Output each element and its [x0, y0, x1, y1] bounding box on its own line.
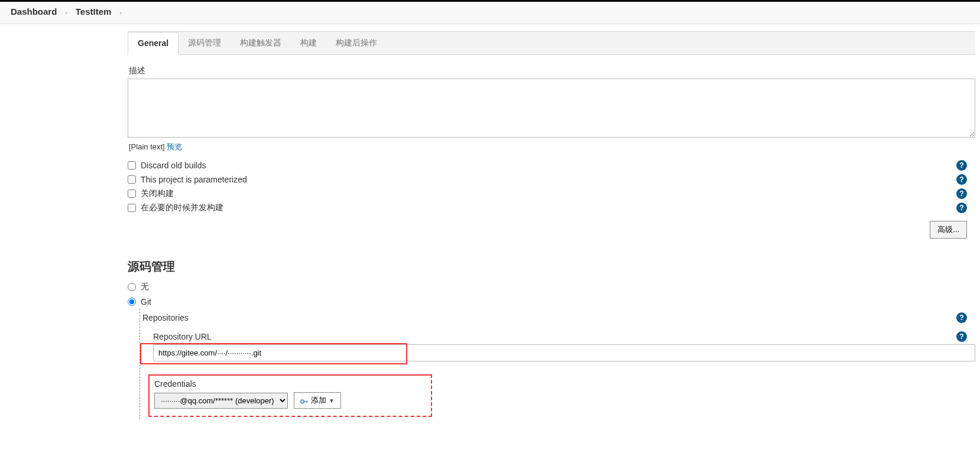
- help-icon[interactable]: ?: [956, 160, 967, 171]
- help-icon[interactable]: ?: [956, 312, 967, 323]
- tab-scm[interactable]: 源码管理: [179, 32, 231, 54]
- concurrent-build-checkbox[interactable]: [128, 204, 136, 212]
- breadcrumb-dashboard[interactable]: Dashboard: [11, 6, 57, 17]
- disable-build-checkbox[interactable]: [128, 190, 136, 198]
- breadcrumb-item[interactable]: TestItem: [76, 6, 112, 17]
- scm-none-label: 无: [141, 282, 149, 292]
- tab-triggers[interactable]: 构建触发器: [231, 32, 291, 54]
- scm-section-title: 源码管理: [128, 259, 975, 275]
- plain-text-label: [Plain text]: [129, 142, 167, 151]
- add-credentials-button[interactable]: 添加 ▼: [294, 392, 341, 409]
- help-icon[interactable]: ?: [956, 331, 967, 342]
- svg-point-0: [301, 400, 304, 403]
- repo-url-label: Repository URL: [153, 332, 212, 341]
- preview-link[interactable]: 预览: [167, 142, 182, 151]
- svg-rect-1: [304, 401, 308, 402]
- disable-build-label: 关闭构建: [141, 188, 174, 199]
- help-icon[interactable]: ?: [956, 203, 967, 213]
- tab-general[interactable]: General: [128, 32, 179, 55]
- description-textarea[interactable]: [128, 79, 975, 138]
- scm-git-radio[interactable]: [128, 298, 136, 306]
- add-button-label: 添加: [311, 395, 326, 406]
- parameterized-label: This project is parameterized: [141, 175, 247, 184]
- help-icon[interactable]: ?: [956, 174, 967, 185]
- discard-old-builds-checkbox[interactable]: [128, 161, 136, 169]
- key-icon: [300, 397, 309, 403]
- parameterized-checkbox[interactable]: [128, 175, 136, 184]
- scm-git-label: Git: [141, 297, 151, 306]
- svg-rect-2: [307, 401, 307, 403]
- chevron-right-icon: ›: [119, 9, 122, 16]
- chevron-right-icon: ›: [65, 9, 67, 16]
- breadcrumb: Dashboard › TestItem ›: [0, 2, 980, 24]
- discard-old-builds-label: Discard old builds: [141, 161, 206, 170]
- credentials-label: Credentials: [154, 379, 196, 389]
- config-tabs: General 源码管理 构建触发器 构建 构建后操作: [128, 31, 975, 55]
- tab-post-build[interactable]: 构建后操作: [326, 32, 387, 54]
- concurrent-build-label: 在必要的时候并发构建: [141, 203, 223, 213]
- description-label: 描述: [129, 66, 975, 76]
- repositories-label: Repositories: [142, 313, 189, 322]
- credentials-select[interactable]: ·········@qq.com/****** (developer): [154, 393, 288, 409]
- advanced-button[interactable]: 高级...: [930, 221, 967, 239]
- caret-down-icon: ▼: [329, 397, 335, 404]
- tab-build[interactable]: 构建: [291, 32, 326, 54]
- help-icon[interactable]: ?: [956, 188, 967, 199]
- scm-none-radio[interactable]: [128, 283, 136, 291]
- repo-url-input[interactable]: [153, 344, 975, 361]
